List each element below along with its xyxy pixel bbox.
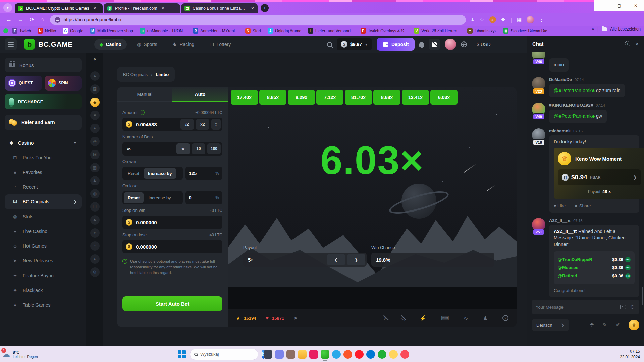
- rain-drop-icon[interactable]: ☂: [589, 322, 594, 328]
- turbo-icon[interactable]: ⚡: [420, 315, 426, 321]
- reload-icon[interactable]: ⟳: [30, 16, 34, 23]
- url-text[interactable]: https://bc.game/game/limbo: [64, 17, 121, 22]
- forward-icon[interactable]: →: [18, 16, 23, 23]
- site-settings-icon[interactable]: [55, 17, 60, 23]
- payout-decrease-button[interactable]: ❮: [327, 254, 345, 265]
- bookmark[interactable]: uunMineable - TRON...: [137, 27, 189, 35]
- close-tab-icon[interactable]: ✕: [93, 6, 97, 11]
- sidebar-item-blackjack[interactable]: ♣Blackjack: [5, 283, 82, 298]
- bell-icon[interactable]: [419, 42, 424, 47]
- share-button[interactable]: ➤ Share: [574, 203, 591, 209]
- chat-language-selector[interactable]: Deutsch ❯: [532, 319, 569, 331]
- trophy-icon[interactable]: ♛: [629, 320, 639, 330]
- win-chance-input[interactable]: 19.8%: [371, 253, 494, 267]
- stop-on-win-input[interactable]: $ 0.000000: [122, 216, 222, 229]
- sidebar-item-table-games[interactable]: ♦Table Games: [5, 298, 82, 312]
- bookmark[interactable]: DTwitch Overlays & S...: [358, 27, 410, 35]
- maximize-button[interactable]: ▢: [611, 0, 627, 11]
- bookmarks-more-icon[interactable]: »: [592, 27, 594, 32]
- home-icon[interactable]: ⌂: [40, 16, 44, 23]
- mention[interactable]: @TronDaRippeR: [558, 257, 592, 263]
- history-chip[interactable]: 17.40x: [231, 90, 258, 105]
- mention[interactable]: @♣PeterPan-amk♣: [554, 113, 595, 119]
- sidebar-item-new-releases[interactable]: ➤New Releases: [5, 253, 82, 268]
- fairness-icon[interactable]: ♟: [483, 315, 488, 321]
- profile-avatar[interactable]: [527, 16, 534, 23]
- url-bar[interactable]: https://bc.game/game/limbo: [50, 15, 466, 25]
- bookmark[interactable]: †Tibiantis xyz: [465, 27, 499, 35]
- sidebar-item-bc-originals[interactable]: ⚄BC Originals❯: [5, 194, 82, 209]
- menu-dots-icon[interactable]: ⋮: [539, 17, 544, 23]
- game-shortcut-icon[interactable]: ◔: [90, 241, 100, 251]
- sound-off-icon[interactable]: ◁: [401, 315, 405, 321]
- search-icon[interactable]: [327, 42, 332, 47]
- game-shortcut-icon[interactable]: ⚅: [90, 150, 100, 159]
- double-button[interactable]: x2: [196, 119, 209, 130]
- bookmark[interactable]: RAnmelden - MYrent...: [190, 27, 241, 35]
- taskbar-app-icon[interactable]: [275, 350, 284, 359]
- install-icon[interactable]: ↧: [471, 17, 475, 23]
- pencil-icon[interactable]: ✎: [603, 322, 607, 328]
- sidebar-item-live-casino[interactable]: ♠Live Casino: [5, 224, 82, 239]
- recharge-button[interactable]: RECHARGE: [5, 94, 82, 109]
- tiles-icon[interactable]: ▦: [517, 17, 522, 23]
- history-chip[interactable]: 8.29x: [288, 90, 315, 105]
- close-tab-icon[interactable]: ✕: [161, 6, 165, 11]
- stop-on-lose-input[interactable]: $ 0.000000: [122, 240, 222, 253]
- all-bookmarks-button[interactable]: Alle Lesezeichen: [610, 27, 641, 32]
- close-window-button[interactable]: ✕: [628, 0, 644, 11]
- username[interactable]: ■KINGKENOIBOZ92■07:14: [549, 103, 639, 108]
- game-shortcut-icon[interactable]: ♥: [90, 111, 100, 120]
- history-chip[interactable]: 81.70x: [345, 90, 372, 105]
- user-avatar[interactable]: [445, 39, 456, 50]
- on-win-increase-button[interactable]: Increase by: [144, 168, 176, 179]
- bets-infinite-button[interactable]: ∞: [176, 143, 190, 154]
- history-chip[interactable]: 6.03x: [430, 90, 458, 105]
- mention[interactable]: @Retired: [558, 273, 577, 279]
- on-win-value-input[interactable]: 125 %: [185, 167, 222, 180]
- notifications-muted-button[interactable]: [429, 39, 440, 50]
- taskbar-app-icon[interactable]: [378, 350, 386, 359]
- game-shortcut-icon[interactable]: ◍: [90, 189, 100, 198]
- breadcrumb-parent[interactable]: BC Originals: [123, 72, 148, 77]
- username[interactable]: DeMarioDe07:14: [549, 77, 639, 82]
- history-chip[interactable]: 12.41x: [402, 90, 429, 105]
- bets-input[interactable]: ∞ ∞ 10 100: [122, 142, 222, 156]
- on-lose-value-input[interactable]: 0 %: [185, 191, 222, 204]
- brand-title[interactable]: BC.GAME: [38, 40, 73, 48]
- star-icon[interactable]: ★: [236, 315, 240, 321]
- game-shortcut-icon[interactable]: ♟: [90, 176, 100, 185]
- taskbar-folder-icon[interactable]: [298, 350, 307, 359]
- game-shortcut-icon[interactable]: ❑: [90, 202, 100, 212]
- history-chip[interactable]: 7.12x: [316, 90, 343, 105]
- nav-sports[interactable]: ◍ Sports: [131, 39, 163, 50]
- game-shortcut-icon[interactable]: ♦: [90, 254, 100, 264]
- extension-icon[interactable]: a: [489, 16, 496, 23]
- payout-increase-button[interactable]: ❯: [347, 254, 365, 265]
- tab-freecash[interactable]: $ Profile - Freecash.com ✕: [104, 3, 180, 13]
- game-shortcut-limbo-icon[interactable]: ◆: [90, 98, 100, 107]
- taskbar-search[interactable]: b: [190, 349, 258, 360]
- taskbar-app-icon[interactable]: [400, 350, 409, 359]
- username[interactable]: A2Z_It__π07:15: [549, 218, 639, 223]
- bcgame-logo-icon[interactable]: b: [24, 39, 35, 50]
- taskbar-app-icon[interactable]: [343, 350, 352, 359]
- taskbar-clock[interactable]: 07:15 22.01.2024: [620, 349, 640, 359]
- game-shortcut-icon[interactable]: ✧: [90, 228, 100, 238]
- taskbar-app-icon[interactable]: [264, 350, 272, 359]
- taskbar-app-icon[interactable]: [332, 350, 341, 359]
- music-off-icon[interactable]: ♪: [383, 315, 386, 321]
- history-chip[interactable]: 8.85x: [259, 90, 286, 105]
- spin-button[interactable]: SPIN: [45, 76, 82, 90]
- bookmark[interactable]: NNetflix: [35, 27, 59, 35]
- tab-auto[interactable]: Auto: [172, 87, 228, 101]
- sidebar-item-recent[interactable]: ◔Recent: [5, 180, 82, 194]
- stats-icon[interactable]: ∿: [464, 315, 468, 321]
- extensions-puzzle-icon[interactable]: ❖: [501, 17, 505, 23]
- help-icon[interactable]: ?: [502, 315, 508, 321]
- taskbar-app-icon[interactable]: [286, 350, 295, 359]
- quest-button[interactable]: QUEST: [5, 76, 42, 90]
- bookmark[interactable]: SStart: [243, 27, 264, 35]
- bookmark[interactable]: ⚄Sicodice: Bitcoin Dic...: [500, 27, 553, 35]
- bookmark-favicon-only[interactable]: [3, 28, 8, 33]
